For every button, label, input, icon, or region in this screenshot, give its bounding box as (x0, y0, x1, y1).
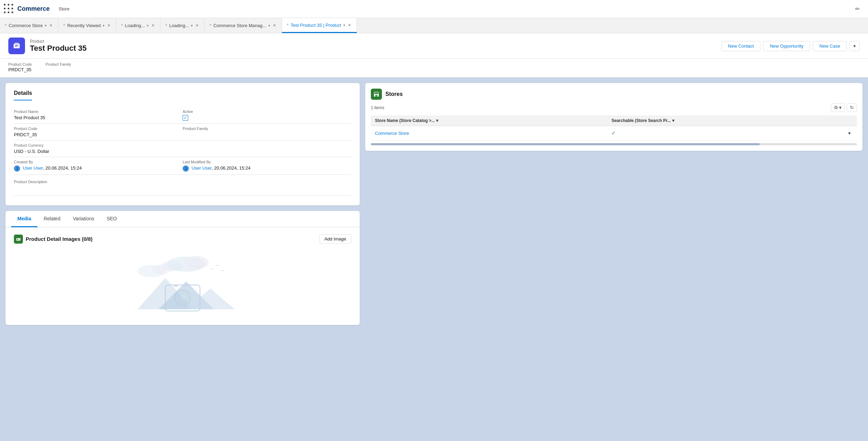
add-image-button[interactable]: Add Image (319, 234, 351, 244)
stores-actions: ⚙ ▾ ↻ (831, 103, 857, 112)
details-title: Details (14, 90, 32, 100)
tab-label: Loading... (169, 23, 189, 28)
tab-label: Recently Viewed (67, 23, 101, 28)
store-row: Commerce Store ✓ ▾ (371, 126, 857, 140)
tab-loading-2[interactable]: * Loading... ▾ ✕ (160, 18, 205, 33)
searchable-checkmark-icon: ✓ (611, 130, 616, 136)
field-created-by: Created By 👤 User User, 20.06.2024, 15:2… (14, 157, 183, 175)
description-label: Product Description (14, 180, 351, 184)
tab-commerce-store-manag[interactable]: * Commerce Store Manag... ▾ ✕ (205, 18, 282, 33)
field-product-family: Product Family (183, 124, 351, 140)
svg-rect-4 (15, 46, 17, 47)
meta-product-code: Product Code PRDCT_35 (8, 62, 32, 72)
refresh-icon: ↻ (850, 105, 854, 110)
stores-gear-button[interactable]: ⚙ ▾ (831, 103, 845, 112)
tab-media[interactable]: Media (11, 211, 37, 227)
stores-refresh-button[interactable]: ↻ (847, 103, 857, 112)
store-name-cell[interactable]: Commerce Store (371, 126, 607, 140)
active-checkbox[interactable]: ✓ (183, 115, 188, 121)
field-product-currency: Product Currency USD - U.S. Dollar (14, 140, 183, 157)
product-name-label: Product Name (14, 109, 183, 114)
field-product-code: Product Code PRDCT_35 (14, 124, 183, 140)
created-by-avatar: 👤 (14, 165, 20, 172)
tab-chevron-icon[interactable]: ▾ (191, 24, 193, 27)
actions-dropdown-button[interactable]: ▾ (850, 41, 860, 51)
details-grid: Product Name Test Product 35 Active ✓ Pr… (14, 107, 351, 198)
tab-chevron-icon[interactable]: ▾ (45, 24, 47, 27)
product-detail-images-icon (14, 235, 23, 244)
main-content: Details Product Name Test Product 35 Act… (0, 77, 868, 441)
stores-col-searchable-header[interactable]: Searchable (Store Search Pr... ▾ (607, 115, 842, 126)
tab-chevron-icon[interactable]: ▾ (343, 23, 345, 27)
tab-close-button[interactable]: ✕ (347, 23, 352, 28)
svg-point-12 (152, 264, 172, 274)
product-currency-value: USD - U.S. Dollar (14, 149, 183, 154)
gear-icon: ⚙ (834, 105, 838, 110)
created-by-user-link[interactable]: User User (23, 165, 43, 171)
tab-modified-indicator: * (63, 23, 65, 28)
tab-test-product[interactable]: * Test Product 35 | Product ▾ ✕ (282, 18, 357, 33)
store-searchable-cell: ✓ (607, 126, 842, 140)
stores-scroll-thumb (371, 143, 760, 145)
last-modified-user-link[interactable]: User User (192, 165, 212, 171)
tab-close-button[interactable]: ✕ (49, 23, 53, 28)
field-last-modified: Last Modified By 👤 User User, 20.06.2024… (183, 157, 351, 175)
app-name: Commerce (17, 5, 50, 13)
tab-commerce-store[interactable]: * Commerce Store ▾ ✕ (0, 18, 58, 33)
created-by-date: , 20.06.2024, 15:24 (43, 165, 82, 171)
stores-items-count: 1 items (371, 105, 384, 110)
tab-label: Commerce Store Manag... (213, 23, 266, 28)
tab-recently-viewed[interactable]: * Recently Viewed ▾ ✕ (58, 18, 116, 33)
last-modified-date: , 20.06.2024, 15:24 (211, 165, 250, 171)
record-actions: New Contact New Opportunity New Case ▾ (721, 41, 860, 51)
last-modified-value: 👤 User User, 20.06.2024, 15:24 (183, 165, 351, 172)
stores-col-name-header[interactable]: Store Name (Store Catalog >... ▾ (371, 115, 607, 126)
svg-rect-3 (15, 45, 18, 46)
app-launcher-button[interactable] (3, 3, 15, 15)
store-row-actions-cell: ▾ (842, 126, 857, 140)
tab-seo[interactable]: SEO (100, 211, 123, 227)
col-searchable-sort-icon: ▾ (672, 118, 674, 123)
stores-icon (371, 89, 382, 100)
new-case-button[interactable]: New Case (813, 41, 847, 51)
tab-modified-indicator: * (209, 23, 211, 28)
tab-related[interactable]: Related (37, 211, 67, 227)
meta-product-family-label: Product Family (45, 62, 71, 66)
tab-loading-1[interactable]: * Loading... ▾ ✕ (116, 18, 160, 33)
tab-variations[interactable]: Variations (67, 211, 100, 227)
description-value (14, 185, 351, 196)
tab-chevron-icon[interactable]: ▾ (103, 24, 105, 27)
section-tabs: Media Related Variations SEO (6, 211, 360, 227)
product-detail-images-title: Product Detail Images (0/8) (26, 236, 93, 242)
tab-close-button[interactable]: ✕ (107, 23, 111, 28)
stores-scroll-indicator (371, 143, 857, 145)
meta-product-family: Product Family (45, 62, 71, 72)
record-type-label: Product (30, 39, 86, 44)
product-code-value: PRDCT_35 (14, 132, 183, 137)
tab-chevron-icon[interactable]: ▾ (268, 24, 270, 27)
created-by-label: Created By (14, 160, 183, 164)
col-name-label: Store Name (Store Catalog >... (375, 118, 435, 123)
new-contact-button[interactable]: New Contact (721, 41, 760, 51)
stores-meta: 1 items ⚙ ▾ ↻ (371, 103, 857, 112)
tab-modified-indicator: * (121, 23, 123, 28)
gear-dropdown-icon: ▾ (839, 105, 842, 110)
top-nav: Commerce Store ✏ (0, 0, 868, 18)
tab-close-button[interactable]: ✕ (195, 23, 199, 28)
tab-chevron-icon[interactable]: ▾ (147, 24, 149, 27)
nav-store[interactable]: Store (55, 0, 74, 18)
tab-close-button[interactable]: ✕ (272, 23, 277, 28)
left-panel: Details Product Name Test Product 35 Act… (6, 83, 360, 441)
edit-icon[interactable]: ✏ (855, 6, 865, 12)
col-name-sort-icon: ▾ (436, 118, 438, 123)
svg-point-9 (184, 256, 209, 269)
right-panel: Stores 1 items ⚙ ▾ ↻ (365, 83, 862, 441)
store-row-actions-button[interactable]: ▾ (846, 130, 853, 137)
new-opportunity-button[interactable]: New Opportunity (763, 41, 810, 51)
stores-col-actions-header (842, 115, 857, 126)
product-family-label: Product Family (183, 126, 351, 131)
tabs-bar: * Commerce Store ▾ ✕ * Recently Viewed ▾… (0, 18, 868, 33)
tab-close-button[interactable]: ✕ (151, 23, 155, 28)
svg-rect-2 (15, 43, 19, 44)
subsection-title: Product Detail Images (0/8) (14, 235, 93, 244)
